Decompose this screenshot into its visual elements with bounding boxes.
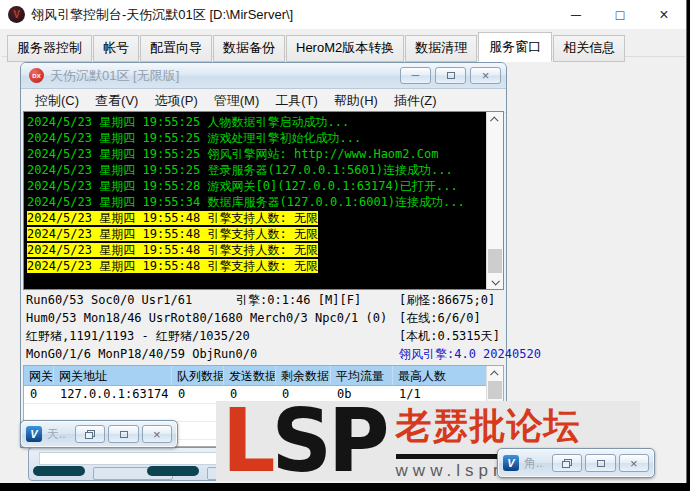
status-left-text: Run60/53 Soc0/0 Usr1/61	[26, 291, 192, 309]
restore-button[interactable]	[75, 425, 105, 443]
log-line-text: 2024/5/23 星期四 19:55:48 引擎支持人数: 无限	[27, 211, 318, 225]
watermark-letters-sp: SP	[272, 401, 386, 481]
log-line-text: 2024/5/23 星期四 19:55:34 数据库服务器(127.0.0.1:…	[27, 195, 465, 209]
log-line: 2024/5/23 星期四 19:55:25 人物数据引擎启动成功...	[27, 114, 485, 130]
maximize-button[interactable]	[585, 454, 615, 472]
minimized-window-title: 角...	[524, 455, 544, 472]
status-row: Run60/53 Soc0/0 Usr1/61引擎:0:1:46 [M][F][…	[23, 291, 504, 309]
table-header-cell[interactable]: 网关地址	[54, 366, 172, 385]
minimized-window-juese[interactable]: V 角... ×	[497, 448, 655, 478]
log-lines: 2024/5/23 星期四 19:55:25 人物数据引擎启动成功...2024…	[27, 114, 485, 274]
status-right-text: [本机:0.5315天]	[399, 327, 500, 345]
log-line: 2024/5/23 星期四 19:55:48 引擎支持人数: 无限	[27, 210, 485, 226]
table-header-cell[interactable]: 最高人数	[393, 366, 488, 385]
scroll-down-icon[interactable]	[487, 274, 503, 289]
status-row: Hum0/53 Mon18/46 UsrRot80/1680 Merch0/3 …	[23, 309, 504, 327]
maximize-icon	[597, 460, 605, 467]
menu-item-4[interactable]: 工具(T)	[267, 90, 326, 112]
log-line-text: 2024/5/23 星期四 19:55:25 登录服务器(127.0.0.1:5…	[27, 163, 453, 177]
table-header-cell[interactable]: 队列数据	[172, 366, 224, 385]
log-line-text: 2024/5/23 星期四 19:55:48 引擎支持人数: 无限	[27, 259, 318, 273]
status-right-text: [在线:6/6/0]	[399, 309, 481, 327]
menu-item-0[interactable]: 控制(C)	[27, 90, 87, 112]
log-line: 2024/5/23 星期四 19:55:25 登录服务器(127.0.0.1:5…	[27, 162, 485, 178]
menu-item-3[interactable]: 管理(M)	[206, 90, 268, 112]
close-button[interactable]: ×	[142, 425, 172, 443]
status-left-text: 红野猪,1191/1193 - 红野猪/1035/20	[26, 327, 250, 345]
tab-0[interactable]: 服务器控制	[7, 35, 92, 62]
table-header-cell[interactable]: 平均流量	[331, 366, 393, 385]
log-line: 2024/5/23 星期四 19:55:28 游戏网关[0](127.0.0.1…	[27, 178, 485, 194]
background-window-button	[33, 466, 85, 476]
window-controls: ─ □ ×	[554, 0, 686, 29]
engine-minimize-button[interactable]: ─	[400, 67, 431, 84]
tab-2[interactable]: 配置向导	[140, 35, 212, 62]
log-line: 2024/5/23 星期四 19:55:48 引擎支持人数: 无限	[27, 226, 485, 242]
table-cell: 0	[24, 386, 54, 403]
status-right-text: [刷怪:86675;0]	[399, 291, 495, 309]
log-line-text: 2024/5/23 星期四 19:55:28 游戏网关[0](127.0.0.1…	[27, 179, 458, 193]
log-line-text: 2024/5/23 星期四 19:55:25 游戏处理引擎初始化成功...	[27, 131, 361, 145]
table-scrollbar-thumb[interactable]	[488, 381, 502, 399]
status-mid-text: 引擎:0:1:46 [M][F]	[236, 291, 361, 309]
tab-6[interactable]: 服务窗口	[478, 32, 552, 62]
background-window-button	[147, 466, 199, 476]
engine-menubar: 控制(C)查看(V)选项(P)管理(M)工具(T)帮助(H)插件(Z)	[21, 89, 506, 113]
log-line: 2024/5/23 星期四 19:55:25 游戏处理引擎初始化成功...	[27, 130, 485, 146]
minimized-window-title: 天...	[47, 426, 67, 443]
watermark-letter-l: L	[222, 401, 272, 481]
engine-window-controls: ─ ×	[400, 67, 501, 84]
menu-item-5[interactable]: 帮助(H)	[326, 90, 386, 112]
restore-button[interactable]	[552, 454, 582, 472]
log-console: 2024/5/23 星期四 19:55:25 人物数据引擎启动成功...2024…	[23, 111, 504, 290]
maximize-button[interactable]	[108, 425, 138, 443]
log-line: 2024/5/23 星期四 19:55:48 引擎支持人数: 无限	[27, 242, 485, 258]
engine-window: DX 天伤沉默01区 [无限版] ─ × 控制(C)查看(V)选项(P)管理(M…	[20, 62, 507, 448]
status-row: 红野猪,1191/1193 - 红野猪/1035/20[本机:0.5315天]	[23, 327, 504, 345]
minimize-button[interactable]: ─	[554, 0, 598, 29]
menu-item-1[interactable]: 查看(V)	[87, 90, 146, 112]
v-logo-icon: V	[503, 455, 519, 471]
gateway-table-header: 网关网关地址队列数据发送数据剩余数据平均流量最高人数	[24, 366, 503, 386]
log-line: 2024/5/23 星期四 19:55:48 引擎支持人数: 无限	[27, 258, 485, 274]
tab-1[interactable]: 帐号	[93, 35, 139, 62]
engine-window-title: 天伤沉默01区 [无限版]	[50, 67, 179, 85]
table-header-cell[interactable]: 网关	[24, 366, 54, 385]
close-button[interactable]: ×	[642, 0, 686, 29]
tab-3[interactable]: 数据备份	[213, 35, 285, 62]
menu-item-6[interactable]: 插件(Z)	[386, 90, 445, 112]
maximize-icon	[120, 431, 128, 438]
scroll-up-icon[interactable]	[487, 366, 503, 381]
watermark-lsp-text: LSP	[222, 404, 386, 479]
engine-close-button[interactable]: ×	[470, 67, 501, 84]
log-line-text: 2024/5/23 星期四 19:55:25 翎风引擎网站: http://ww…	[27, 147, 438, 161]
tab-7[interactable]: 相关信息	[553, 35, 625, 62]
status-left-text: MonG0/1/6 MonP18/40/59 ObjRun0/0	[26, 345, 257, 363]
engine-logo-icon: DX	[29, 68, 44, 83]
table-cell: 127.0.0.1:63174	[54, 386, 172, 403]
menu-item-2[interactable]: 选项(P)	[146, 90, 205, 112]
status-row: MonG0/1/6 MonP18/40/59 ObjRun0/0翎风引擎:4.0…	[23, 345, 504, 363]
scroll-up-icon[interactable]	[487, 112, 503, 127]
table-header-cell[interactable]: 剩余数据	[276, 366, 331, 385]
maximize-button[interactable]: □	[598, 0, 642, 29]
console-scrollbar[interactable]	[486, 112, 503, 289]
log-line-text: 2024/5/23 星期四 19:55:25 人物数据引擎启动成功...	[27, 115, 349, 129]
tab-5[interactable]: 数据清理	[405, 35, 477, 62]
tab-bar: 服务器控制帐号配置向导数据备份HeroM2版本转换数据清理服务窗口相关信息	[0, 29, 686, 57]
log-line-text: 2024/5/23 星期四 19:55:48 引擎支持人数: 无限	[27, 243, 318, 257]
log-line: 2024/5/23 星期四 19:55:34 数据库服务器(127.0.0.1:…	[27, 194, 485, 210]
console-scrollbar-thumb[interactable]	[488, 249, 502, 273]
engine-status-panel: Run60/53 Soc0/0 Usr1/61引擎:0:1:46 [M][F][…	[23, 291, 504, 364]
close-button[interactable]: ×	[619, 454, 649, 472]
restore-icon	[447, 72, 455, 79]
table-header-cell[interactable]: 发送数据	[224, 366, 276, 385]
restore-icon	[85, 430, 95, 439]
forum-name: 老瑟批论坛	[396, 402, 581, 451]
desktop: { "app": { "title": "翎风引擎控制台-天伤沉默01区 [D:…	[0, 0, 690, 491]
minimized-window-tianshang[interactable]: V 天... ×	[20, 420, 178, 448]
status-left-text: Hum0/53 Mon18/46 UsrRot80/1680 Merch0/3 …	[26, 309, 387, 327]
tab-4[interactable]: HeroM2版本转换	[286, 35, 404, 62]
restore-icon	[562, 459, 572, 468]
engine-restore-button[interactable]	[435, 67, 466, 84]
